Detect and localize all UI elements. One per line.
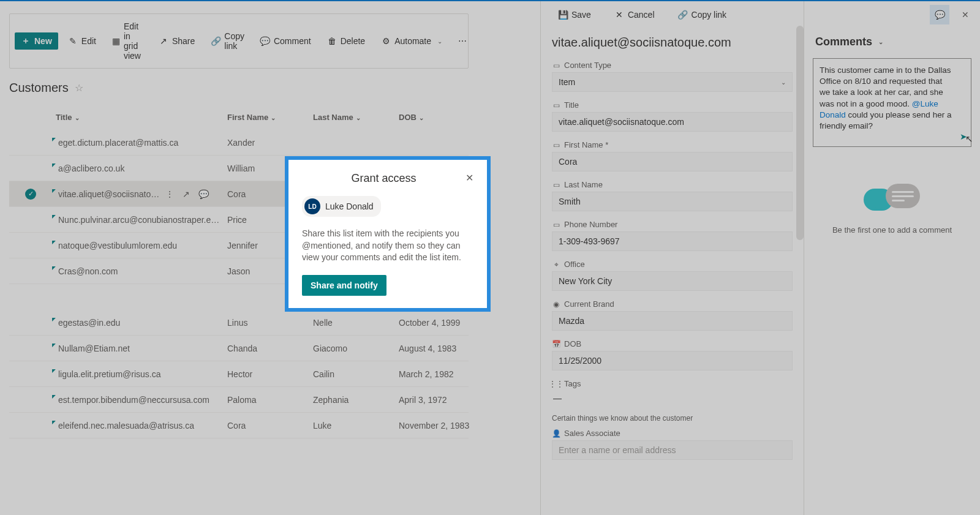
- dialog-body: Share this list item with the recipients…: [302, 228, 473, 264]
- dialog-close-icon[interactable]: ✕: [466, 172, 473, 184]
- recipient-chip[interactable]: LD Luke Donald: [302, 196, 381, 217]
- grant-access-dialog: Grant access ✕ LD Luke Donald Share this…: [288, 160, 487, 308]
- grant-access-highlight: Grant access ✕ LD Luke Donald Share this…: [285, 156, 491, 312]
- avatar: LD: [304, 198, 320, 214]
- dialog-title: Grant access: [302, 172, 466, 185]
- share-and-notify-button[interactable]: Share and notify: [302, 275, 386, 296]
